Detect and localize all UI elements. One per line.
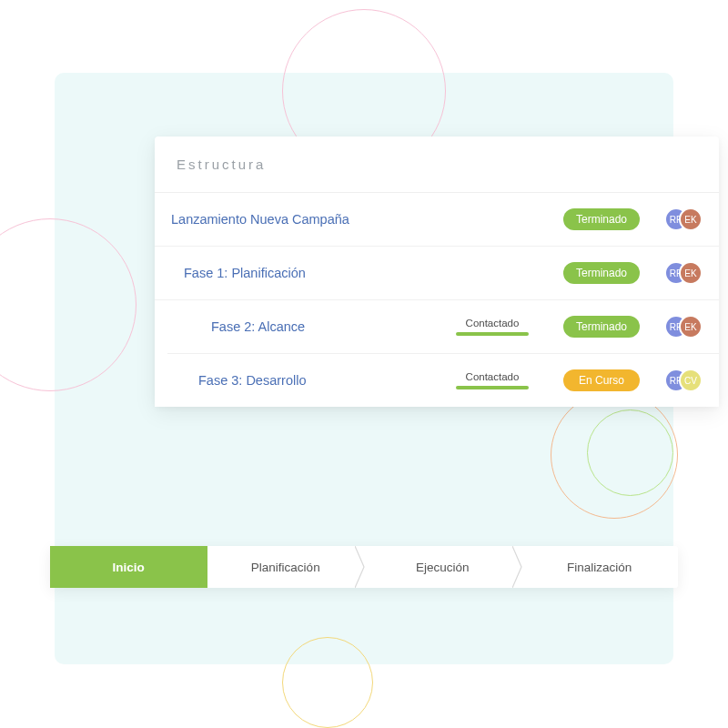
table-row[interactable]: Fase 2: Alcance Contactado Terminado RR … xyxy=(167,300,719,354)
status-badge: Terminado xyxy=(563,262,640,284)
status-badge: Terminado xyxy=(563,208,640,230)
progress-bar xyxy=(456,386,529,389)
decor-circle xyxy=(587,410,673,496)
stage-label: Planificación xyxy=(251,561,320,574)
contact-label: Contactado xyxy=(442,371,542,382)
avatar-group: RR CV xyxy=(664,369,703,392)
stage-bar: Inicio Planificación Ejecución Finalizac… xyxy=(50,546,678,588)
stage-finalizacion[interactable]: Finalización xyxy=(521,546,679,588)
row-title: Fase 2: Alcance xyxy=(211,319,442,334)
contact-status: Contactado xyxy=(442,371,542,389)
avatar-group: RR EK xyxy=(664,315,703,339)
table-row[interactable]: Lanzamiento Nueva Campaña Terminado RR E… xyxy=(155,193,719,247)
card-title: Estructura xyxy=(155,136,719,193)
stage-label: Inicio xyxy=(113,561,145,574)
decor-circle xyxy=(282,637,373,728)
progress-bar xyxy=(456,332,529,336)
avatar[interactable]: EK xyxy=(679,315,703,339)
structure-card: Estructura Lanzamiento Nueva Campaña Ter… xyxy=(155,136,719,407)
table-row[interactable]: Fase 1: Planificación Terminado RR EK xyxy=(155,247,719,300)
stage-label: Finalización xyxy=(567,561,632,574)
contact-status: Contactado xyxy=(442,318,542,336)
avatar-group: RR EK xyxy=(664,207,703,231)
row-title: Lanzamiento Nueva Campaña xyxy=(171,212,551,227)
avatar-group: RR EK xyxy=(664,261,703,285)
row-title: Fase 1: Planificación xyxy=(184,266,551,280)
row-title: Fase 3: Desarrollo xyxy=(198,373,442,388)
avatar[interactable]: EK xyxy=(679,261,703,285)
stage-ejecucion[interactable]: Ejecución xyxy=(364,546,521,588)
status-badge: En Curso xyxy=(563,369,640,391)
status-badge: Terminado xyxy=(563,316,640,338)
contact-label: Contactado xyxy=(442,318,542,329)
table-row[interactable]: Fase 3: Desarrollo Contactado En Curso R… xyxy=(155,354,719,407)
stage-label: Ejecución xyxy=(416,561,470,574)
avatar[interactable]: EK xyxy=(679,207,703,231)
stage-planificacion[interactable]: Planificación xyxy=(207,546,365,588)
avatar[interactable]: CV xyxy=(679,369,703,392)
stage-inicio[interactable]: Inicio xyxy=(50,546,207,588)
